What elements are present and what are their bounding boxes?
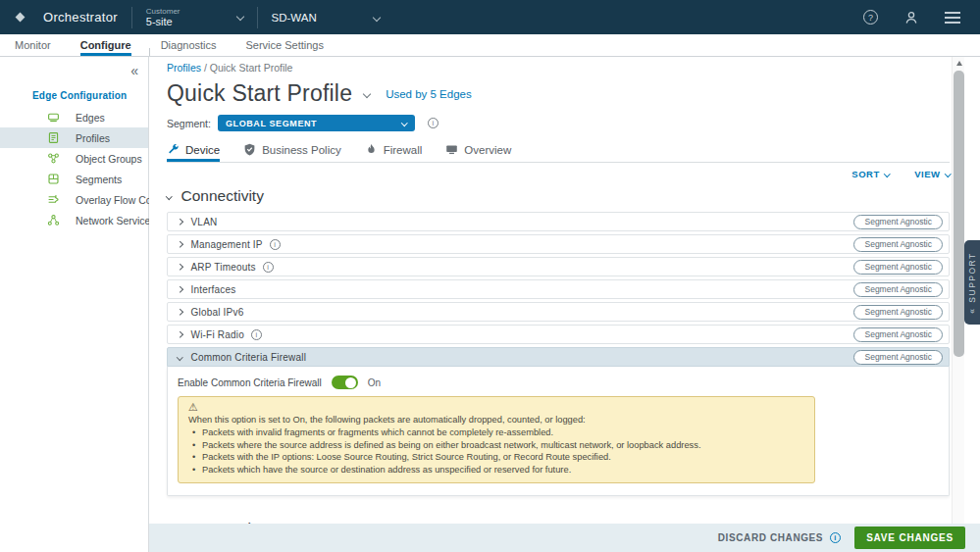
enable-ccf-toggle[interactable]: [332, 376, 358, 389]
row-wifi-radio[interactable]: Wi-Fi Radio i Segment Agnostic: [167, 325, 950, 344]
sidebar-item-network-services[interactable]: Network Services: [0, 210, 148, 230]
segment-label: Segment:: [167, 118, 211, 129]
footer-action-bar: DISCARD CHANGES i SAVE CHANGES: [149, 524, 980, 552]
tab-label: Business Policy: [262, 144, 341, 156]
nav-divider: [149, 48, 150, 56]
service-selector[interactable]: SD-WAN: [272, 12, 380, 24]
brand-title: Orchestrator: [43, 10, 118, 25]
tab-device[interactable]: Device: [167, 143, 220, 162]
menu-icon: [945, 12, 960, 14]
scroll-up-arrow-icon: [956, 61, 962, 66]
help-button[interactable]: ?: [863, 10, 878, 25]
discard-info-icon[interactable]: i: [830, 532, 841, 543]
common-criteria-firewall-detail: Enable Common Criteria Firewall On ⚠ Whe…: [167, 367, 950, 496]
row-label: Common Criteria Firewall: [191, 352, 307, 363]
nav-item-diagnostics[interactable]: Diagnostics: [161, 39, 217, 56]
row-common-criteria-firewall[interactable]: Common Criteria Firewall Segment Agnosti…: [167, 347, 950, 367]
row-interfaces[interactable]: Interfaces Segment Agnostic: [167, 279, 950, 299]
tab-business-policy[interactable]: Business Policy: [243, 143, 341, 162]
segment-info-icon[interactable]: i: [428, 118, 438, 128]
nav-item-monitor[interactable]: Monitor: [15, 39, 51, 56]
chevron-down-icon: [177, 354, 182, 360]
connectivity-section-header[interactable]: Connectivity: [167, 187, 950, 205]
flame-icon: [365, 143, 378, 156]
warning-item: Packets which have the source or destina…: [188, 464, 804, 477]
chevron-down-icon: [235, 13, 243, 21]
breadcrumb-profiles-link[interactable]: Profiles: [167, 62, 201, 74]
sidebar-item-overlay-flow-control[interactable]: Overlay Flow Control: [0, 189, 148, 210]
sidebar-item-label: Object Groups: [76, 153, 142, 165]
chevron-down-icon: [884, 171, 890, 176]
row-label: Interfaces: [191, 284, 236, 295]
service-value: SD-WAN: [272, 12, 317, 24]
topbar-actions: ?: [863, 10, 960, 25]
tab-firewall[interactable]: Firewall: [365, 143, 423, 162]
chevron-down-icon: [166, 193, 172, 199]
topbar: Orchestrator Customer 5-site SD-WAN ?: [0, 0, 980, 34]
user-button[interactable]: [903, 10, 919, 25]
customer-value: 5-site: [146, 16, 181, 28]
customer-selector[interactable]: Customer 5-site: [146, 7, 243, 28]
object-groups-icon: [47, 152, 60, 165]
nav-item-configure[interactable]: Configure: [80, 39, 131, 56]
warning-item: Packets with the IP options: Loose Sourc…: [188, 451, 804, 464]
sidebar-section-title: Edge Configuration: [32, 90, 148, 101]
tab-overview[interactable]: Overview: [445, 143, 511, 162]
info-icon[interactable]: i: [251, 329, 262, 340]
info-icon[interactable]: i: [263, 262, 274, 273]
menu-button[interactable]: [945, 12, 960, 24]
scroll-up-button[interactable]: [953, 57, 965, 69]
chevron-down-icon: [402, 120, 408, 125]
row-vlan[interactable]: VLAN Segment Agnostic: [167, 212, 950, 231]
sidebar-item-edges[interactable]: Edges: [0, 107, 148, 127]
sidebar-item-object-groups[interactable]: Object Groups: [0, 148, 148, 169]
tab-bar: Device Business Policy Firewall: [167, 143, 950, 163]
discard-changes-button[interactable]: DISCARD CHANGES i: [718, 532, 841, 543]
chevron-right-icon: [177, 241, 182, 247]
customer-label: Customer: [146, 7, 181, 16]
profiles-icon: [47, 131, 60, 144]
save-changes-button[interactable]: SAVE CHANGES: [854, 527, 965, 549]
segment-dropdown[interactable]: GLOBAL SEGMENT: [218, 115, 415, 131]
row-arp-timeouts[interactable]: ARP Timeouts i Segment Agnostic: [167, 257, 950, 276]
info-icon[interactable]: i: [270, 239, 281, 250]
sidebar: « Edge Configuration Edges Profiles: [0, 57, 149, 552]
segment-agnostic-badge: Segment Agnostic: [853, 327, 943, 342]
sidebar-item-profiles[interactable]: Profiles: [0, 127, 148, 148]
warning-item: Packets with invalid fragments or fragme…: [188, 427, 804, 439]
chevron-down-icon: [945, 171, 951, 176]
sidebar-item-label: Network Services: [76, 215, 156, 226]
chevron-right-icon: [177, 309, 182, 315]
main-panel: Profiles / Quick Start Profile Quick Sta…: [149, 57, 980, 552]
vertical-scrollbar[interactable]: [952, 57, 964, 552]
ccf-warning-box: ⚠ When this option is set to On, the fol…: [178, 396, 815, 483]
section-title: Connectivity: [181, 187, 264, 205]
sort-view-bar: SORT VIEW: [167, 169, 950, 179]
row-label: VLAN: [191, 217, 218, 227]
breadcrumb-current: Quick Start Profile: [210, 62, 293, 74]
profile-menu-chevron-icon[interactable]: [363, 89, 371, 97]
toggle-state-label: On: [368, 377, 381, 388]
row-label: Global IPv6: [191, 307, 244, 318]
row-management-ip[interactable]: Management IP i Segment Agnostic: [167, 234, 950, 254]
support-tab-label: SUPPORT: [967, 252, 977, 302]
segment-agnostic-badge: Segment Agnostic: [853, 215, 943, 229]
shield-check-icon: [243, 143, 256, 156]
chevron-right-icon: [177, 264, 182, 270]
sidebar-collapse-button[interactable]: «: [130, 63, 138, 78]
sort-dropdown[interactable]: SORT: [851, 169, 889, 179]
enable-ccf-row: Enable Common Criteria Firewall On: [178, 376, 939, 389]
support-collapse-icon: «: [967, 307, 977, 313]
support-tab[interactable]: « SUPPORT: [964, 240, 980, 325]
sidebar-item-segments[interactable]: Segments: [0, 169, 148, 189]
view-dropdown[interactable]: VIEW: [914, 169, 950, 179]
used-by-edges-link[interactable]: Used by 5 Edges: [386, 88, 472, 100]
overview-icon: [445, 143, 458, 156]
scrollbar-thumb[interactable]: [954, 71, 964, 357]
row-global-ipv6[interactable]: Global IPv6 Segment Agnostic: [167, 302, 950, 322]
wrench-icon: [167, 143, 180, 156]
overlay-flow-control-icon: [47, 193, 60, 206]
topbar-divider: [257, 7, 258, 28]
network-services-icon: [47, 214, 60, 226]
nav-item-service-settings[interactable]: Service Settings: [246, 39, 324, 56]
